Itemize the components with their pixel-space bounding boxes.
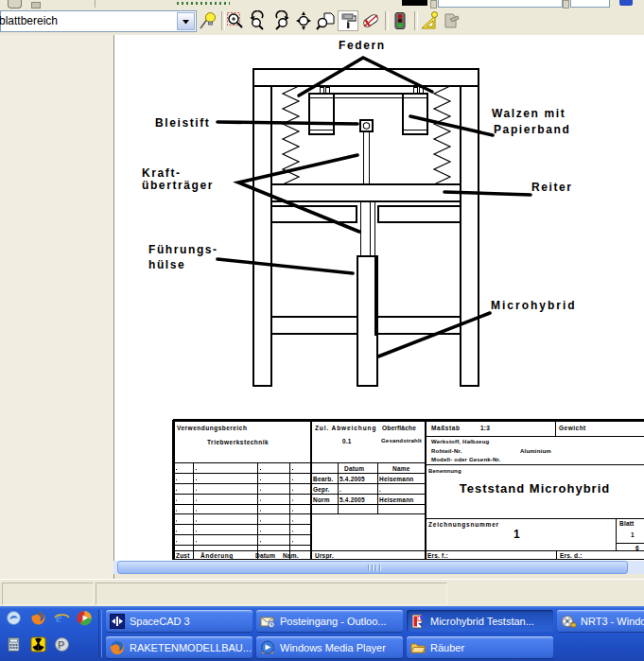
zoom-next-icon[interactable]	[270, 10, 291, 31]
label-kraft-2: überträger	[142, 179, 214, 192]
quicklaunch-ie-icon[interactable]: e	[54, 610, 70, 626]
quicklaunch-phone-icon[interactable]: P	[54, 636, 70, 652]
taskbar-button-label: SpaceCAD 3	[130, 616, 190, 627]
status-bar	[0, 579, 644, 607]
windows-taskbar: e P SpaceCAD 3 Posteingang - Outloo... M…	[0, 606, 644, 661]
sheet-area-combobox[interactable]: blattbereich	[0, 10, 197, 32]
scrollbar-thumb[interactable]	[117, 561, 628, 574]
tb-oberflaeche-label: Oberfläche	[382, 425, 416, 431]
combobox-value: blattbereich	[0, 14, 58, 27]
taskbar-button-outlook[interactable]: Posteingang - Outloo...	[256, 610, 403, 632]
tb-modell-label: Modell- oder Gesenk-Nr.	[431, 457, 501, 462]
taskbar-button-label: Posteingang - Outloo...	[280, 616, 387, 627]
taskbar-button-spacecad[interactable]: SpaceCAD 3	[106, 610, 252, 632]
tb-zeichnungsnummer-value: 1	[513, 528, 520, 541]
quicklaunch-messenger-icon[interactable]	[6, 610, 22, 626]
taskbar-button-nrt3[interactable]: NRT3 - Windo...	[557, 610, 644, 632]
tb-verwendungsbereich-value: Triebwerkstechnik	[207, 439, 269, 445]
taskbar-button-wmp[interactable]: Windows Media Player	[256, 636, 403, 658]
canvas-left-margin	[0, 35, 114, 579]
svg-text:e: e	[56, 611, 61, 625]
tb-urspr-label: Urspr.	[315, 552, 334, 559]
tb-oberflaeche-value: Gesandstrahlt	[381, 438, 424, 444]
zoom-toolbar: blattbereich	[0, 9, 644, 36]
zoom-dynamic-icon[interactable]	[293, 10, 314, 31]
tb-datum-label: Datum	[255, 552, 275, 559]
tb-blatt-value: 1	[631, 531, 635, 538]
taskbar-button-label: Microhybrid Teststan...	[430, 616, 534, 627]
tb-ers-f-label: Ers. f.:	[427, 552, 448, 559]
tb-row-gepr-datum: .	[339, 486, 341, 493]
tb-row-gepr-label: Gepr.	[313, 486, 330, 493]
status-panel	[96, 583, 447, 605]
taskbar-button-raketenmodellbau[interactable]: RAKETENMODELLBAU...	[106, 636, 252, 658]
tb-row-norm-datum: 5.4.2005	[339, 496, 365, 503]
taskbar-button-label: Räuber	[430, 642, 464, 653]
label-walzen-2: Papierband	[494, 123, 570, 136]
tb-zust-label: Zust	[176, 552, 190, 559]
tb-row-bearb-name: Heisemann	[379, 476, 422, 482]
tb-werkstoff-label: Werkstoff, Halbzeug	[431, 439, 489, 444]
tb-massstab-value: 1:3	[480, 425, 490, 431]
tb-benennung-label: Benennung	[428, 468, 461, 474]
zoom-page-icon[interactable]	[316, 10, 337, 31]
tb-massstab-label: Maßstab	[431, 425, 461, 431]
quicklaunch-media-icon[interactable]	[77, 610, 93, 626]
label-fuehrungs-2: hülse	[148, 258, 185, 271]
tb-zul-abweichung-label: Zul. Abweichung	[315, 425, 376, 431]
tb-name-label: Nam.	[283, 552, 299, 559]
tb-gewicht-label: Gewicht	[559, 425, 586, 431]
taskbar-divider	[98, 610, 102, 657]
traffic-light-icon[interactable]	[390, 10, 410, 31]
tb-rohteil-label: Rohteil-Nr.	[431, 448, 462, 454]
tb-aenderung-label: Änderung	[200, 552, 234, 559]
label-walzen-1: Walzen mit	[492, 107, 566, 120]
clipped-toolbar-row	[0, 0, 644, 9]
redline-mode-icon[interactable]	[198, 10, 218, 31]
tb-row-bearb-label: Bearb.	[313, 476, 333, 482]
svg-text:P: P	[58, 639, 64, 651]
set-square-icon[interactable]	[419, 10, 440, 31]
tb-verwendungsbereich-label: Verwendungsbereich	[177, 425, 247, 431]
label-kraft-1: Kraft-	[142, 166, 182, 180]
tb-datum-header: Datum	[344, 465, 364, 472]
combobox-dropdown-button[interactable]	[177, 12, 195, 30]
taskbar-button-microhybrid-active[interactable]: Microhybrid Teststan...	[407, 610, 553, 632]
taskbar-button-raeuber-folder[interactable]: Räuber	[407, 636, 553, 658]
tb-zeichnungsnummer-label: Zeichnungsnummer	[428, 521, 499, 528]
quicklaunch-radiation-icon[interactable]	[30, 636, 46, 652]
tb-row-bearb-datum: 5.4.2005	[339, 476, 365, 482]
clipped-icon	[31, 2, 41, 9]
label-bleistift: Bleistift	[155, 116, 210, 130]
zoom-previous-icon[interactable]	[248, 10, 269, 31]
quicklaunch-firefox-icon[interactable]	[30, 610, 46, 626]
tb-blatt-total: 6	[635, 545, 639, 551]
tb-row-gepr-name: .	[379, 486, 381, 493]
label-reiter: Reiter	[531, 181, 573, 194]
paint-roller-icon[interactable]	[338, 10, 358, 31]
taskbar-button-label: RAKETENMODELLBAU...	[130, 642, 252, 653]
zoom-window-icon[interactable]	[225, 10, 246, 31]
tb-werkstoff-value: Aluminium	[520, 448, 551, 454]
tb-blatt-label: Blatt	[619, 520, 634, 527]
tb-ers-d-label: Ers. d.:	[560, 552, 583, 559]
line-width-preview	[402, 0, 427, 6]
label-microhybrid: Microhybrid	[491, 299, 577, 312]
taskbar-button-label: Windows Media Player	[280, 642, 386, 653]
tb-row-norm-name: Heisemann	[379, 496, 422, 503]
tb-row-norm-label: Norm	[313, 496, 330, 503]
label-fuehrungs-1: Führungs-	[148, 243, 218, 256]
status-panel	[2, 583, 94, 605]
line-style-preview	[177, 2, 230, 5]
taskbar-button-label: NRT3 - Windo...	[581, 616, 644, 627]
quicklaunch-calculator-icon[interactable]	[6, 636, 22, 652]
eraser-icon[interactable]	[360, 10, 381, 31]
clipped-icon	[619, 0, 633, 6]
print-preview-icon-disabled[interactable]	[441, 10, 461, 31]
label-federn: Federn	[339, 39, 386, 52]
tb-benennung-value: Teststand Microhybrid	[426, 481, 644, 496]
tb-name-header: Name	[392, 465, 410, 472]
clipped-icon	[8, 0, 22, 9]
tb-zul-abweichung-value: 0.1	[342, 438, 352, 444]
horizontal-scrollbar[interactable]	[113, 561, 644, 574]
